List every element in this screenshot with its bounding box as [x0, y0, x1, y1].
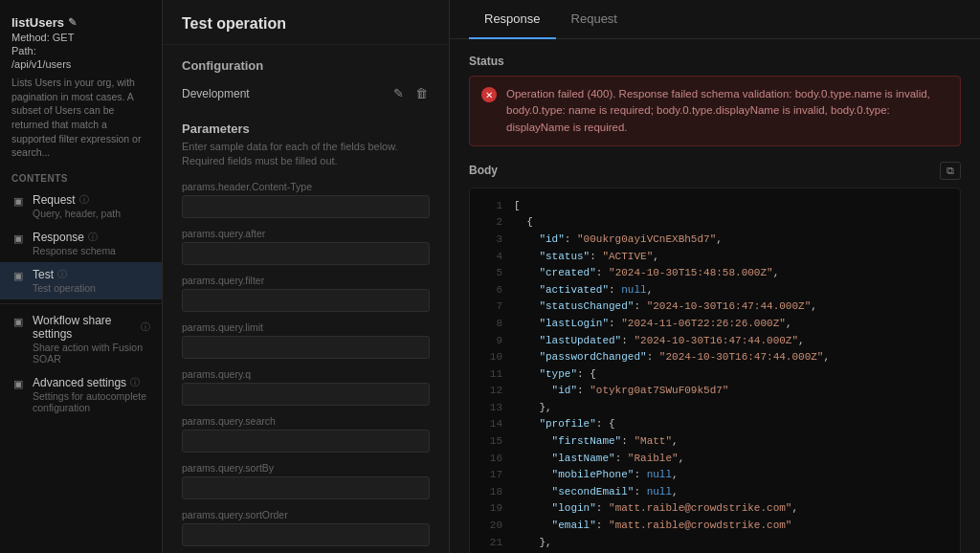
code-line: 7 "statusChanged": "2024-10-30T16:47:44.… [470, 299, 960, 316]
config-env-label: Development [182, 87, 382, 100]
param-input[interactable] [182, 336, 430, 359]
code-line: 21 }, [470, 535, 960, 552]
param-group: params.header.Content-Type [182, 181, 430, 218]
response-icon: ▣ [11, 232, 25, 245]
param-input[interactable] [182, 430, 430, 453]
error-box: ✕ Operation failed (400). Response faile… [469, 76, 961, 146]
param-label: params.query.filter [182, 275, 430, 286]
param-group: params.query.sortOrder [182, 509, 430, 546]
code-line: 11 "type": { [470, 366, 960, 384]
code-line: 14 "profile": { [470, 416, 960, 433]
param-group: params.query.q [182, 368, 430, 406]
response-info-icon: ⓘ [88, 231, 98, 244]
workflow-icon: ▣ [11, 315, 25, 328]
body-section: Body ⧉ 1[2 {3 "id": "00ukrg0ayiVCnEXBh5d… [469, 162, 961, 553]
edit-config-button[interactable]: ✎ [391, 84, 406, 102]
code-line: 15 "firstName": "Matt", [470, 433, 960, 451]
code-line: 4 "status": "ACTIVE", [470, 249, 960, 266]
status-title: Status [469, 55, 961, 68]
advanced-info-icon: ⓘ [130, 376, 140, 389]
request-info-icon: ⓘ [79, 193, 89, 207]
code-line: 2 { [470, 214, 960, 232]
param-group: params.query.sortBy [182, 462, 430, 499]
param-label: params.query.search [182, 415, 430, 427]
two-col-layout: Test operation Configuration Development… [163, 0, 980, 553]
test-info-icon: ⓘ [57, 268, 67, 281]
param-input[interactable] [182, 383, 430, 406]
sidebar-item-advanced[interactable]: ▣ Advanced settings ⓘ Settings for autoc… [0, 370, 162, 419]
code-line: 3 "id": "00ukrg0ayiVCnEXBh5d7", [470, 232, 960, 249]
parameters-section: Parameters Enter sample data for each of… [163, 108, 449, 553]
sidebar-item-request[interactable]: ▣ Request ⓘ Query, header, path [0, 188, 162, 225]
param-input[interactable] [182, 523, 430, 546]
parameters-description: Enter sample data for each of the fields… [182, 140, 430, 169]
sidebar-item-test[interactable]: ▣ Test ⓘ Test operation [0, 262, 162, 299]
param-input[interactable] [182, 476, 430, 499]
code-line: 19 "login": "matt.raible@crowdstrike.com… [470, 500, 960, 518]
param-label: params.query.q [182, 368, 430, 380]
api-name: listUsers ✎ [11, 15, 150, 30]
code-line: 16 "lastName": "Raible", [470, 451, 960, 468]
advanced-icon: ▣ [11, 377, 25, 390]
code-line: 18 "secondEmail": null, [470, 484, 960, 501]
param-input[interactable] [182, 289, 430, 312]
contents-label: Contents [0, 162, 162, 188]
param-group: params.query.after [182, 228, 430, 265]
status-section: Status ✕ Operation failed (400). Respons… [469, 55, 961, 146]
code-line: 10 "passwordChanged": "2024-10-30T16:47:… [470, 349, 960, 366]
request-icon: ▣ [11, 194, 25, 208]
test-icon: ▣ [11, 269, 25, 282]
tabs-bar: Response Request [450, 0, 980, 39]
left-panel: Test operation Configuration Development… [163, 0, 450, 553]
error-icon: ✕ [481, 87, 497, 102]
param-input[interactable] [182, 242, 430, 265]
copy-body-button[interactable]: ⧉ [940, 162, 961, 180]
workflow-info-icon: ⓘ [141, 321, 150, 334]
code-block: 1[2 {3 "id": "00ukrg0ayiVCnEXBh5d7",4 "s… [469, 188, 961, 553]
main-content: Test operation Configuration Development… [163, 0, 980, 553]
parameters-title: Parameters [182, 122, 430, 136]
param-group: params.query.limit [182, 321, 430, 359]
sidebar: listUsers ✎ Method: GET Path: /api/v1/us… [0, 0, 163, 553]
right-panel: Response Request Status ✕ Operation fail… [450, 0, 980, 553]
code-line: 1[ [470, 198, 960, 215]
param-group: params.query.search [182, 415, 430, 453]
error-text: Operation failed (400). Response failed … [506, 86, 948, 136]
code-line: 20 "email": "matt.raible@crowdstrike.com… [470, 518, 960, 535]
code-line: 17 "mobilePhone": null, [470, 467, 960, 484]
sidebar-header: listUsers ✎ Method: GET Path: /api/v1/us… [0, 10, 162, 162]
param-input[interactable] [182, 195, 430, 218]
code-line: 12 "id": "otykrg0at7SWuF09k5d7" [470, 383, 960, 400]
param-label: params.query.after [182, 228, 430, 239]
code-line: 5 "created": "2024-10-30T15:48:58.000Z", [470, 265, 960, 282]
configuration-header: Configuration [163, 45, 449, 78]
sidebar-item-workflow[interactable]: ▣ Workflow share settings ⓘ Share action… [0, 308, 162, 370]
code-line: 13 }, [470, 400, 960, 417]
code-line: 8 "lastLogin": "2024-11-06T22:26:26.000Z… [470, 316, 960, 333]
param-label: params.header.Content-Type [182, 181, 430, 192]
tab-response[interactable]: Response [469, 0, 556, 39]
body-title: Body ⧉ [469, 162, 961, 180]
tab-request[interactable]: Request [556, 0, 633, 39]
param-label: params.query.limit [182, 321, 430, 333]
param-label: params.query.sortOrder [182, 509, 430, 520]
code-line: 6 "activated": null, [470, 282, 960, 299]
response-content: Status ✕ Operation failed (400). Respons… [450, 39, 980, 553]
config-actions: ✎ 🗑 [391, 84, 430, 102]
delete-config-button[interactable]: 🗑 [413, 84, 430, 102]
code-line: 9 "lastUpdated": "2024-10-30T16:47:44.00… [470, 333, 960, 350]
param-group: params.query.filter [182, 275, 430, 312]
param-label: params.query.sortBy [182, 462, 430, 474]
parameter-fields: params.header.Content-Typeparams.query.a… [182, 181, 430, 546]
config-row: Development ✎ 🗑 [163, 78, 449, 108]
edit-icon[interactable]: ✎ [68, 16, 77, 29]
page-title: Test operation [163, 0, 449, 45]
sidebar-item-response[interactable]: ▣ Response ⓘ Response schema [0, 225, 162, 262]
